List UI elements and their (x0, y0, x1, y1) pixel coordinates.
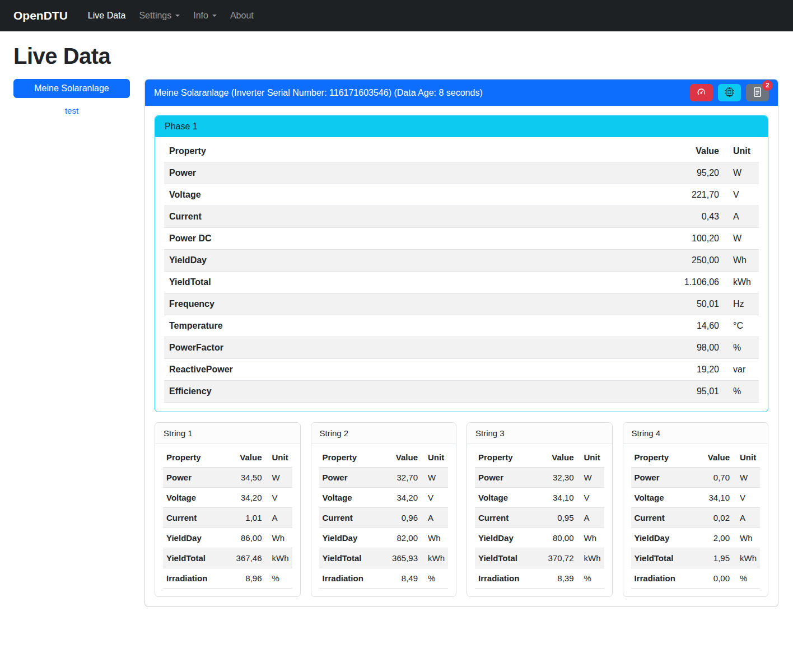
row-unit: A (724, 206, 759, 228)
row-unit: % (724, 337, 759, 359)
row-value: 95,20 (657, 162, 724, 184)
table-row: Voltage34,20V (319, 488, 449, 508)
inverter-card: Meine Solaranlage (Inverter Serial Numbe… (144, 79, 778, 607)
table-header-row: Property Value Unit (631, 447, 761, 468)
row-property: Frequency (164, 293, 657, 315)
inverter-select-test-link[interactable]: test (13, 106, 130, 115)
nav-item-about[interactable]: About (223, 6, 260, 25)
table-row: Power32,70W (319, 468, 449, 488)
row-value: 32,70 (386, 468, 421, 488)
power-settings-button[interactable] (718, 84, 741, 101)
inverter-info-button[interactable]: 2 (746, 84, 769, 101)
row-property: Irradiation (163, 568, 231, 589)
row-unit: V (421, 488, 448, 508)
string-card-title: String 3 (467, 423, 612, 444)
string-card-title: String 1 (155, 423, 300, 444)
row-unit: Wh (724, 250, 759, 272)
row-property: ReactivePower (164, 359, 657, 381)
table-row: Efficiency95,01% (164, 381, 759, 403)
column-header-property: Property (319, 447, 387, 468)
row-property: YieldTotal (164, 272, 657, 293)
brand-logo[interactable]: OpenDTU (13, 9, 68, 22)
row-property: Temperature (164, 315, 657, 337)
row-property: Power (631, 468, 699, 488)
chevron-down-icon (212, 15, 217, 17)
string-card-title: String 2 (311, 423, 456, 444)
phase-card-title: Phase 1 (155, 116, 768, 137)
row-value: 0,02 (698, 508, 733, 528)
table-row: Current0,02A (631, 508, 761, 528)
row-unit: °C (724, 315, 759, 337)
row-unit: % (577, 568, 604, 589)
row-value: 14,60 (657, 315, 724, 337)
string-3-table: Property Value Unit Power32,30WVoltage34… (475, 447, 604, 589)
row-unit: W (724, 162, 759, 184)
row-value: 365,93 (386, 548, 421, 568)
table-row: Current0,95A (475, 508, 604, 528)
column-header-property: Property (631, 447, 699, 468)
row-value: 1.106,06 (657, 272, 724, 293)
row-unit: kWh (724, 272, 759, 293)
row-value: 8,49 (386, 568, 421, 589)
row-value: 98,00 (657, 337, 724, 359)
row-unit: A (577, 508, 604, 528)
row-property: Voltage (163, 488, 231, 508)
row-value: 19,20 (657, 359, 724, 381)
row-value: 0,96 (386, 508, 421, 528)
row-property: YieldTotal (475, 548, 543, 568)
string-2-table: Property Value Unit Power32,70WVoltage34… (319, 447, 449, 589)
row-property: YieldDay (163, 528, 231, 548)
row-unit: var (724, 359, 759, 381)
row-property: Voltage (164, 184, 657, 206)
table-header-row: Property Value Unit (475, 447, 604, 468)
string-card-3: String 3 Property Value Unit (467, 422, 613, 597)
navbar: OpenDTU Live Data Settings Info About (0, 0, 793, 31)
table-row: Voltage221,70V (164, 184, 759, 206)
row-unit: V (724, 184, 759, 206)
inverter-header-text: Meine Solaranlage (Inverter Serial Numbe… (154, 88, 483, 98)
speedometer-icon (697, 87, 706, 99)
limit-settings-button[interactable] (690, 84, 713, 101)
row-unit: kWh (421, 548, 448, 568)
row-property: Irradiation (319, 568, 387, 589)
table-row: ReactivePower19,20var (164, 359, 759, 381)
table-header-row: Property Value Unit (163, 447, 292, 468)
row-unit: % (265, 568, 292, 589)
table-row: Voltage34,10V (631, 488, 761, 508)
table-row: Temperature14,60°C (164, 315, 759, 337)
row-property: Power DC (164, 228, 657, 250)
row-unit: kWh (733, 548, 760, 568)
row-unit: A (733, 508, 760, 528)
string-cards-row: String 1 Property Value Unit (155, 422, 768, 597)
row-property: PowerFactor (164, 337, 657, 359)
event-count-badge: 2 (762, 80, 773, 91)
table-header-row: Property Value Unit (319, 447, 449, 468)
table-row: YieldDay2,00Wh (631, 528, 761, 548)
row-property: YieldDay (631, 528, 699, 548)
column-header-unit: Unit (733, 447, 760, 468)
row-property: Current (475, 508, 543, 528)
nav-item-info-label: Info (193, 11, 208, 21)
table-row: Irradiation8,49% (319, 568, 449, 589)
column-header-value: Value (386, 447, 421, 468)
row-unit: V (733, 488, 760, 508)
nav-item-settings[interactable]: Settings (132, 6, 186, 25)
string-card-4: String 4 Property Value Unit (623, 422, 769, 597)
table-row: YieldDay82,00Wh (319, 528, 449, 548)
column-header-unit: Unit (577, 447, 604, 468)
row-value: 34,20 (231, 488, 265, 508)
table-row: YieldTotal367,46kWh (163, 548, 292, 568)
inverter-select-button[interactable]: Meine Solaranlage (13, 79, 130, 98)
nav-item-live-data[interactable]: Live Data (81, 6, 133, 25)
row-unit: % (421, 568, 448, 589)
table-row: Power34,50W (163, 468, 292, 488)
journal-text-icon (753, 87, 762, 99)
table-row: Voltage34,10V (475, 488, 604, 508)
table-row: YieldTotal365,93kWh (319, 548, 449, 568)
table-row: Power32,30W (475, 468, 604, 488)
nav-item-info[interactable]: Info (186, 6, 223, 25)
row-property: Irradiation (631, 568, 699, 589)
column-header-property: Property (163, 447, 231, 468)
row-unit: W (265, 468, 292, 488)
row-property: Power (164, 162, 657, 184)
